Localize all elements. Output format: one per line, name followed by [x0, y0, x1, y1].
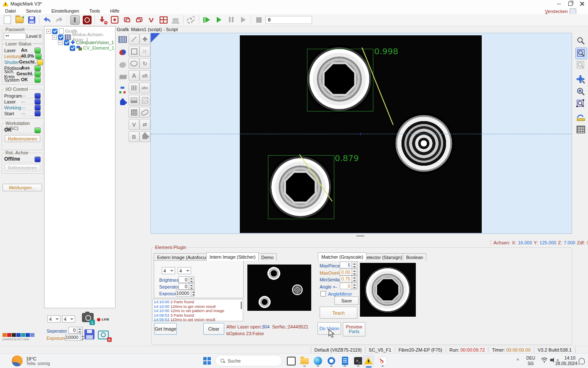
spin-down-icon[interactable]: [352, 279, 357, 282]
spin-up-icon[interactable]: [77, 327, 82, 330]
laser-record-button[interactable]: [81, 15, 92, 25]
checkbox-checked-icon[interactable]: [64, 40, 69, 45]
document-app-button[interactable]: [340, 356, 350, 366]
language-indicator[interactable]: DEU SG: [526, 355, 535, 366]
teach-button[interactable]: Teach: [320, 307, 357, 319]
points-tool-button[interactable]: ∷: [139, 46, 150, 57]
clear-button[interactable]: Clear: [203, 323, 224, 335]
barcode-tool-button[interactable]: [129, 82, 139, 93]
grid-view-button[interactable]: [575, 124, 586, 135]
measure-tool-button[interactable]: [575, 113, 586, 124]
tab-demo[interactable]: Demo: [258, 253, 277, 261]
grid-x-dropdown[interactable]: 4: [47, 315, 60, 323]
mark-check-button[interactable]: V: [146, 15, 157, 25]
collapse-icon[interactable]: [58, 40, 63, 45]
hide-link[interactable]: Verstecken: [545, 8, 576, 14]
splitter-handle[interactable]: [356, 235, 365, 237]
rot-reference-button[interactable]: Referenzieren: [5, 164, 40, 171]
run-counter-field[interactable]: 0: [265, 16, 312, 24]
discard-image-button[interactable]: ×: [98, 331, 109, 339]
menu-hilfe[interactable]: Hilfe: [105, 8, 124, 14]
settings-button[interactable]: [186, 15, 197, 25]
text-variable-tool-button[interactable]: aB: [139, 70, 150, 81]
spin-up-icon[interactable]: [352, 283, 357, 286]
search-box[interactable]: Suche: [215, 355, 282, 366]
tray-chevron[interactable]: ^: [517, 357, 519, 363]
magicmark-taskbar-button[interactable]: [362, 355, 375, 367]
swap-tool-button[interactable]: ⇄: [139, 119, 150, 130]
tree-item-computervision[interactable]: ✚ ComputerVision_1: [58, 40, 114, 45]
collapse-icon[interactable]: [46, 29, 51, 34]
mark-point-button[interactable]: [109, 15, 120, 25]
save-button[interactable]: [26, 15, 37, 25]
zoom-tool-button[interactable]: [575, 35, 586, 46]
mark-grid-button[interactable]: [158, 15, 169, 25]
password-input[interactable]: **: [4, 33, 26, 40]
menu-einstellungen[interactable]: Einstellungen: [46, 8, 84, 14]
vision-log[interactable]: 14:10:00 2 Parts found 14:10:00 120ms to…: [152, 299, 243, 321]
tree-item-cv-element[interactable]: CV_Element_1: [70, 45, 114, 51]
zoom-objects-button[interactable]: [575, 74, 586, 85]
workstation-reference-button[interactable]: Referenzieren: [5, 135, 40, 142]
messages-button[interactable]: Meldungen...: [3, 184, 42, 191]
hatch-tool-button[interactable]: [139, 95, 150, 106]
spin-up-icon[interactable]: [189, 277, 194, 280]
menu-service[interactable]: Service: [21, 8, 47, 14]
checkbox-checked-icon[interactable]: [58, 34, 63, 40]
line-tool-button[interactable]: [129, 34, 139, 45]
zoom-page-button[interactable]: [575, 60, 586, 71]
skip-button[interactable]: [238, 15, 249, 25]
plugin-element-button[interactable]: [139, 131, 150, 142]
file-explorer-button[interactable]: [299, 356, 310, 366]
close-button[interactable]: [576, 0, 588, 8]
stitch-x-dropdown[interactable]: 4: [162, 267, 175, 274]
stop-button[interactable]: [253, 15, 264, 25]
bold-tool-button[interactable]: B: [129, 131, 139, 142]
tree-item-modus[interactable]: Modus Achsen-Array_1: [52, 34, 115, 40]
collapse-icon[interactable]: [52, 35, 57, 40]
spin-down-icon[interactable]: [352, 272, 357, 275]
contour-b-button[interactable]: [134, 15, 144, 25]
tab-detector[interactable]: Detector (Starsign): [360, 253, 405, 261]
redo-button[interactable]: [54, 15, 65, 25]
qr-tool-button[interactable]: [129, 107, 139, 118]
angle-mirror-checkbox[interactable]: [320, 291, 326, 297]
pause-button[interactable]: [226, 15, 236, 25]
checkbox-checked-icon[interactable]: [70, 45, 75, 51]
run-button[interactable]: [213, 15, 224, 25]
camera-exposure-spinner[interactable]: 10000: [65, 334, 83, 341]
brightness-spinner[interactable]: 0: [178, 276, 194, 283]
undo-button[interactable]: [42, 15, 52, 25]
tab-intern-image[interactable]: Intern Image (Stitcher): [206, 252, 259, 261]
rect-tool-button[interactable]: [129, 46, 139, 57]
tab-extern-image[interactable]: Extern Image (Autofocus): [154, 253, 213, 261]
macro-tab[interactable]: Makro1 (script) - Script: [131, 27, 178, 32]
new-file-button[interactable]: [2, 15, 13, 25]
clock[interactable]: 14:10 28.05.2024: [555, 355, 575, 366]
notifications-button[interactable]: [579, 358, 585, 363]
rotate-tool-button[interactable]: ↻: [139, 58, 150, 69]
weather-widget[interactable]: 18°C Teilw. sonnig: [12, 355, 50, 366]
laser-standby-button[interactable]: [69, 15, 80, 25]
flowchart-tool-button[interactable]: [118, 85, 128, 95]
angle-spinner[interactable]: 0: [340, 283, 357, 289]
snipping-tool-button[interactable]: [378, 356, 388, 366]
maxpiece-spinner[interactable]: 5: [340, 262, 357, 268]
image-tool-button[interactable]: [129, 95, 139, 106]
zoom-region-button[interactable]: [575, 98, 586, 109]
abort-mark-button[interactable]: ×: [97, 15, 108, 25]
text-tool-button[interactable]: A: [129, 70, 139, 81]
spin-up-icon[interactable]: [352, 276, 357, 279]
onedrive-button[interactable]: [326, 356, 336, 366]
spin-up-icon[interactable]: [189, 283, 194, 286]
ellipse-tool-gray-button[interactable]: [118, 60, 128, 70]
spin-down-icon[interactable]: [352, 265, 357, 268]
checkbox-checked-icon[interactable]: [52, 29, 58, 34]
start-button[interactable]: [202, 356, 212, 366]
minsimilar-spinner[interactable]: 0.75: [340, 275, 357, 282]
spin-down-icon[interactable]: [77, 330, 82, 333]
get-image-button[interactable]: Get Image: [154, 323, 177, 335]
spin-up-icon[interactable]: [191, 290, 194, 293]
spin-down-icon[interactable]: [352, 286, 357, 289]
move-tool-button[interactable]: ✚: [139, 34, 150, 45]
